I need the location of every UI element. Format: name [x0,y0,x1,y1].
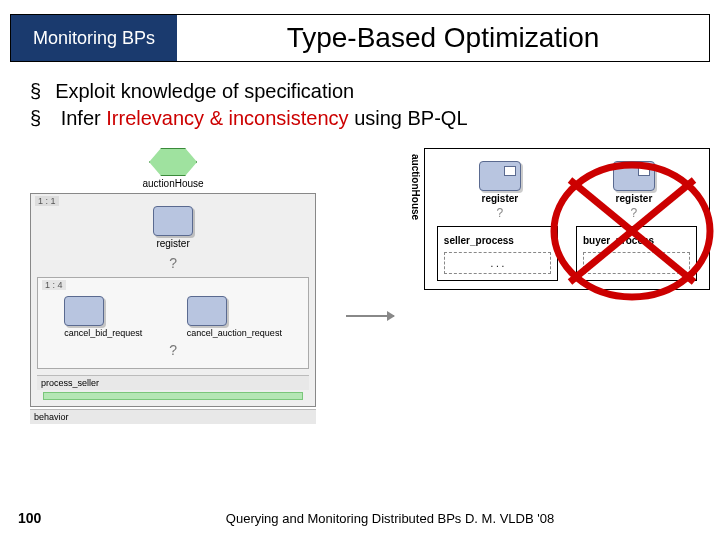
bullet-2-post: using BP-QL [349,107,468,129]
diagram-area: auctionHouse 1 : 1 register ? 1 : 4 canc… [30,148,710,424]
slide-footer: 100 Querying and Monitoring Distributed … [0,510,720,526]
left-diagram: auctionHouse 1 : 1 register ? 1 : 4 canc… [30,148,316,424]
register-a-group: register ? [479,161,521,220]
hex-label: auctionHouse [30,178,316,189]
register-node-icon [153,206,193,236]
register-a-q: ? [479,206,521,220]
cancel-bid-group: cancel_bid_request [64,296,142,338]
cancel-bid-node-icon [64,296,104,326]
register-node-group: register [153,206,193,249]
right-diagram: auctionHouse register ? register ? selle… [424,148,710,290]
behavior-bar: behavior [30,409,316,424]
question-mark: ? [37,255,309,271]
process-seller-bar: process_seller [37,375,309,390]
register-b-q: ? [613,206,655,220]
zoom-tag-1: 1 : 1 [35,196,59,206]
buyer-dashed [583,252,690,274]
buyer-process-title: buyer_process [583,235,690,246]
bullet-2: Infer Irrelevancy & inconsistency using … [30,107,690,130]
cancel-auction-node-icon [187,296,227,326]
register-b-group: register ? [613,161,655,220]
arrow-icon [346,315,394,317]
footer-text: Querying and Monitoring Distributed BPs … [60,511,720,526]
seller-process-box: seller_process . . . [437,226,558,281]
page-number: 100 [0,510,60,526]
cancel-auction-group: cancel_auction_request [187,296,282,338]
buyer-process-box: buyer_process [576,226,697,281]
bullet-list: Exploit knowledge of specification Infer… [30,80,690,130]
register-a-label: register [479,193,521,204]
seller-process-title: seller_process [444,235,551,246]
cancel-bid-label: cancel_bid_request [64,328,142,338]
right-side-label: auctionHouse [410,154,421,220]
hexagon-icon [149,148,197,176]
right-frame: register ? register ? seller_process . .… [424,148,710,290]
slide-header: Monitoring BPs Type-Based Optimization [10,14,710,62]
register-a-node-icon [479,161,521,191]
bullet-2-pre: Infer [61,107,107,129]
cancel-auction-label: cancel_auction_request [187,328,282,338]
inner-zoom-box: 1 : 4 cancel_bid_request cancel_auction_… [37,277,309,369]
register-b-node-icon [613,161,655,191]
outer-zoom-box: 1 : 1 register ? 1 : 4 cancel_bid_reques… [30,193,316,407]
bullet-2-red: Irrelevancy & inconsistency [106,107,348,129]
register-b-label: register [613,193,655,204]
bullet-1: Exploit knowledge of specification [30,80,690,103]
header-badge: Monitoring BPs [11,15,177,61]
slide-title: Type-Based Optimization [177,15,709,61]
seller-dots: . . . [444,252,551,274]
zoom-tag-2: 1 : 4 [42,280,66,290]
register-node-label: register [153,238,193,249]
green-bar-icon [43,392,303,400]
inner-question-mark: ? [42,342,304,358]
